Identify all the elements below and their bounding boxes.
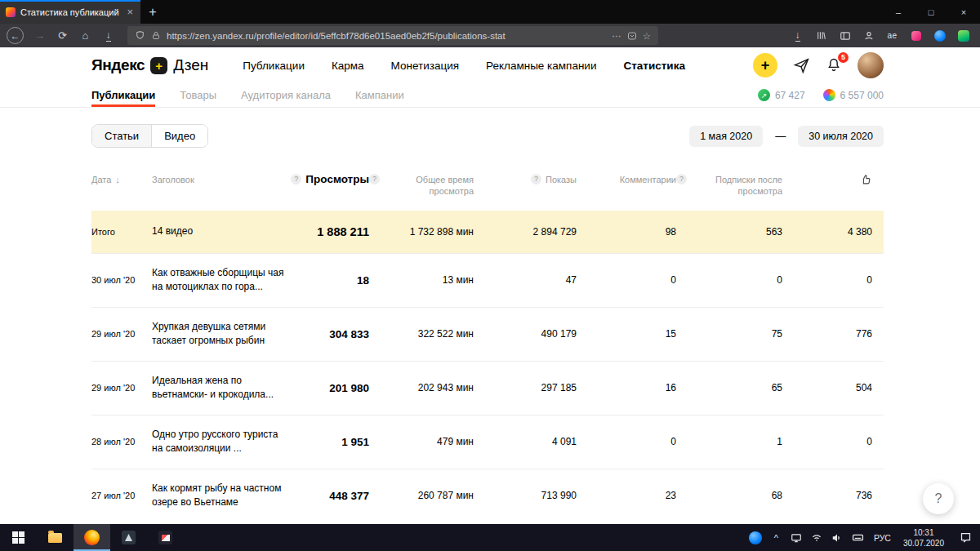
header-title: Заголовок (152, 174, 301, 185)
row-comments: 23 (577, 490, 676, 501)
header-shows[interactable]: ? Показы (474, 174, 577, 185)
toolbar-right-icons: ↓ ae (787, 26, 973, 45)
window-close-button[interactable]: × (947, 0, 980, 24)
header-subscriptions[interactable]: ? Подписки после просмотра (676, 174, 782, 198)
send-message-button[interactable] (793, 57, 810, 74)
taskbar-clock[interactable]: 10:31 30.07.2020 (897, 527, 951, 549)
help-qmark-icon[interactable]: ? (291, 174, 301, 184)
taskbar: ^ РУС 10:31 30.07.2020 (0, 524, 980, 551)
header-likes[interactable] (782, 174, 884, 186)
channel-stat-right[interactable]: 6 557 000 (823, 89, 884, 101)
help-qmark-icon[interactable]: ? (676, 174, 687, 184)
pinned-app-2-button[interactable] (147, 524, 184, 551)
browser-tab[interactable]: Статистика публикаций | Янд × (0, 0, 140, 24)
extension-ae-icon[interactable]: ae (882, 26, 902, 45)
date-from-button[interactable]: 1 мая 2020 (689, 126, 763, 147)
nav-item-karma[interactable]: Карма (332, 60, 364, 72)
account-icon[interactable] (858, 26, 879, 45)
home-button[interactable]: ⌂ (75, 26, 96, 45)
extension-green-icon[interactable] (953, 26, 973, 45)
row-time: 322 522 мин (369, 328, 474, 340)
extension-blue-icon[interactable] (929, 26, 950, 45)
back-button[interactable]: ← (7, 27, 24, 44)
lock-icon[interactable] (151, 31, 161, 41)
tab-publications[interactable]: Публикации (91, 83, 155, 107)
nav-item-monetization[interactable]: Монетизация (391, 60, 459, 72)
row-subs: 75 (676, 328, 782, 340)
extension-pink-icon[interactable] (906, 26, 926, 45)
tray-browser-update-icon[interactable] (746, 524, 766, 551)
row-views: 1 951 (301, 436, 369, 448)
language-indicator[interactable]: РУС (868, 533, 897, 543)
filter-video-button[interactable]: Видео (151, 125, 207, 147)
tab-campaigns[interactable]: Кампании (355, 83, 404, 107)
action-center-button[interactable] (951, 524, 980, 551)
header-views[interactable]: ? Просмотры (301, 174, 369, 185)
tab-close-icon[interactable]: × (125, 6, 135, 18)
zen-logo[interactable]: Яндекс + Дзен (91, 56, 208, 74)
url-text[interactable]: https://zen.yandex.ru/profile/editor/id/… (167, 31, 606, 41)
bookmark-star-icon[interactable]: ☆ (643, 30, 651, 42)
new-tab-button[interactable]: + (140, 0, 165, 24)
display-icon[interactable] (786, 524, 807, 551)
row-likes: 736 (782, 490, 884, 501)
nav-item-statistics[interactable]: Статистика (623, 60, 684, 72)
table-row[interactable]: 29 июл '20 Хрупкая девушка сетями таскае… (91, 307, 884, 361)
table-row[interactable]: 29 июл '20 Идеальная жена по вьетнамски-… (91, 361, 884, 415)
row-likes: 0 (782, 436, 884, 447)
hidden-icons-chevron[interactable]: ^ (766, 524, 786, 551)
forward-button[interactable]: → (29, 26, 50, 45)
pocket-icon[interactable] (627, 31, 637, 41)
row-subs: 65 (676, 382, 782, 393)
summary-row: Итого 14 видео 1 888 211 1 732 898 мин 2… (91, 211, 884, 253)
save-page-extension-icon[interactable]: ↓ (98, 26, 118, 45)
notifications-bell-icon[interactable]: 5 (826, 57, 842, 73)
volume-icon[interactable] (827, 524, 848, 551)
app-icon-1 (122, 531, 136, 544)
pinned-app-1-button[interactable] (110, 524, 147, 551)
table-row[interactable]: 27 июл '20 Как кормят рыбу на частном оз… (91, 469, 884, 522)
downloads-icon[interactable]: ↓ (787, 26, 808, 45)
row-title[interactable]: Как отважные сборщицы чая на мотоциклах … (152, 266, 301, 295)
file-explorer-button[interactable] (37, 524, 74, 551)
nav-item-ad-campaigns[interactable]: Рекламные кампании (486, 60, 596, 72)
window-minimize-button[interactable]: – (882, 0, 915, 24)
wifi-icon[interactable] (807, 524, 827, 551)
green-arrow-icon: ↗ (758, 89, 770, 101)
tab-products[interactable]: Товары (180, 83, 216, 107)
table-row[interactable]: 28 июл '20 Одно утро русского туриста на… (91, 415, 884, 469)
row-title[interactable]: Хрупкая девушка сетями таскает огромных … (152, 320, 301, 349)
row-title[interactable]: Одно утро русского туриста на самоизоляц… (152, 428, 301, 456)
date-to-button[interactable]: 30 июля 2020 (798, 126, 884, 147)
tracking-protection-shield-icon[interactable] (135, 30, 145, 41)
channel-stat-left[interactable]: ↗ 67 427 (758, 89, 805, 101)
create-post-button[interactable]: + (753, 53, 777, 78)
help-qmark-icon[interactable]: ? (531, 174, 541, 184)
touch-keyboard-icon[interactable] (848, 524, 868, 551)
channel-stat-right-value: 6 557 000 (840, 90, 884, 101)
row-title[interactable]: Идеальная жена по вьетнамски- и крокодил… (152, 374, 301, 402)
start-button[interactable] (0, 524, 37, 551)
reload-button[interactable]: ⟳ (52, 26, 73, 45)
help-button[interactable]: ? (923, 483, 954, 514)
library-icon[interactable] (811, 26, 831, 45)
window-maximize-button[interactable]: □ (915, 0, 947, 24)
header-watch-time[interactable]: ? Общее время просмотра (369, 174, 474, 198)
nav-item-publications[interactable]: Публикации (243, 60, 305, 72)
header-date[interactable]: Дата ↓ (91, 174, 152, 185)
filter-articles-button[interactable]: Статьи (92, 125, 151, 147)
row-title[interactable]: Как кормят рыбу на частном озере во Вьет… (152, 482, 301, 510)
sidebar-icon[interactable] (835, 26, 855, 45)
channel-stats: ↗ 67 427 6 557 000 (758, 89, 884, 101)
avatar[interactable] (858, 52, 884, 78)
firefox-taskbar-button[interactable] (74, 524, 110, 551)
url-bar[interactable]: https://zen.yandex.ru/profile/editor/id/… (127, 26, 658, 45)
table-row[interactable]: 30 июл '20 Как отважные сборщицы чая на … (91, 253, 884, 307)
system-tray: ^ РУС 10:31 30.07.2020 (746, 524, 980, 551)
tab-channel-audience[interactable]: Аудитория канала (241, 83, 331, 107)
page-actions-more-icon[interactable]: ⋯ (612, 30, 621, 42)
tab-title: Статистика публикаций | Янд (20, 7, 120, 17)
help-qmark-icon[interactable]: ? (369, 174, 380, 184)
zen-page: Яндекс + Дзен Публикации Карма Монетизац… (0, 47, 980, 524)
row-time: 202 943 мин (369, 382, 474, 393)
